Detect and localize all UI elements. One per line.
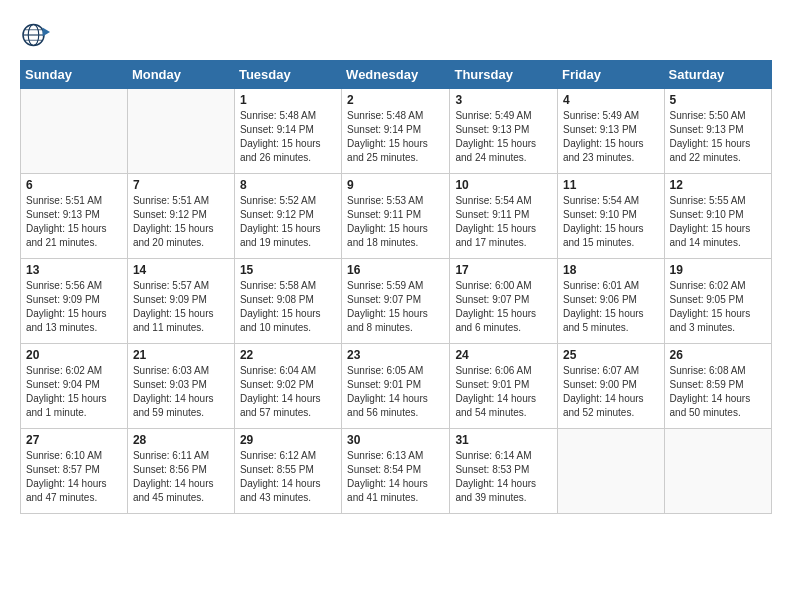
day-number: 11 — [563, 178, 659, 192]
day-info: Sunrise: 6:07 AMSunset: 9:00 PMDaylight:… — [563, 364, 659, 420]
day-info: Sunrise: 5:48 AMSunset: 9:14 PMDaylight:… — [347, 109, 444, 165]
calendar-cell: 23Sunrise: 6:05 AMSunset: 9:01 PMDayligh… — [342, 344, 450, 429]
calendar-cell — [664, 429, 771, 514]
calendar-cell: 2Sunrise: 5:48 AMSunset: 9:14 PMDaylight… — [342, 89, 450, 174]
day-number: 19 — [670, 263, 766, 277]
weekday-header-wednesday: Wednesday — [342, 61, 450, 89]
page-header — [20, 20, 772, 50]
day-number: 17 — [455, 263, 552, 277]
calendar-cell: 5Sunrise: 5:50 AMSunset: 9:13 PMDaylight… — [664, 89, 771, 174]
calendar-cell: 28Sunrise: 6:11 AMSunset: 8:56 PMDayligh… — [127, 429, 234, 514]
day-number: 15 — [240, 263, 336, 277]
week-row-4: 20Sunrise: 6:02 AMSunset: 9:04 PMDayligh… — [21, 344, 772, 429]
calendar-cell: 6Sunrise: 5:51 AMSunset: 9:13 PMDaylight… — [21, 174, 128, 259]
day-info: Sunrise: 6:01 AMSunset: 9:06 PMDaylight:… — [563, 279, 659, 335]
calendar-cell: 8Sunrise: 5:52 AMSunset: 9:12 PMDaylight… — [234, 174, 341, 259]
weekday-header-sunday: Sunday — [21, 61, 128, 89]
day-info: Sunrise: 5:50 AMSunset: 9:13 PMDaylight:… — [670, 109, 766, 165]
day-number: 18 — [563, 263, 659, 277]
day-info: Sunrise: 6:06 AMSunset: 9:01 PMDaylight:… — [455, 364, 552, 420]
weekday-header-tuesday: Tuesday — [234, 61, 341, 89]
calendar-cell: 25Sunrise: 6:07 AMSunset: 9:00 PMDayligh… — [558, 344, 665, 429]
weekday-header-thursday: Thursday — [450, 61, 558, 89]
calendar-cell: 27Sunrise: 6:10 AMSunset: 8:57 PMDayligh… — [21, 429, 128, 514]
day-info: Sunrise: 5:51 AMSunset: 9:12 PMDaylight:… — [133, 194, 229, 250]
day-number: 5 — [670, 93, 766, 107]
day-number: 8 — [240, 178, 336, 192]
calendar-cell: 19Sunrise: 6:02 AMSunset: 9:05 PMDayligh… — [664, 259, 771, 344]
day-number: 24 — [455, 348, 552, 362]
day-info: Sunrise: 5:56 AMSunset: 9:09 PMDaylight:… — [26, 279, 122, 335]
day-info: Sunrise: 5:48 AMSunset: 9:14 PMDaylight:… — [240, 109, 336, 165]
day-number: 10 — [455, 178, 552, 192]
calendar-cell: 10Sunrise: 5:54 AMSunset: 9:11 PMDayligh… — [450, 174, 558, 259]
weekday-header-row: SundayMondayTuesdayWednesdayThursdayFrid… — [21, 61, 772, 89]
day-number: 16 — [347, 263, 444, 277]
calendar-cell: 22Sunrise: 6:04 AMSunset: 9:02 PMDayligh… — [234, 344, 341, 429]
day-info: Sunrise: 6:08 AMSunset: 8:59 PMDaylight:… — [670, 364, 766, 420]
calendar-cell: 29Sunrise: 6:12 AMSunset: 8:55 PMDayligh… — [234, 429, 341, 514]
calendar-cell: 18Sunrise: 6:01 AMSunset: 9:06 PMDayligh… — [558, 259, 665, 344]
calendar-cell: 14Sunrise: 5:57 AMSunset: 9:09 PMDayligh… — [127, 259, 234, 344]
logo-icon — [20, 20, 50, 50]
day-number: 3 — [455, 93, 552, 107]
day-number: 31 — [455, 433, 552, 447]
day-number: 26 — [670, 348, 766, 362]
week-row-2: 6Sunrise: 5:51 AMSunset: 9:13 PMDaylight… — [21, 174, 772, 259]
calendar-cell: 15Sunrise: 5:58 AMSunset: 9:08 PMDayligh… — [234, 259, 341, 344]
day-info: Sunrise: 6:05 AMSunset: 9:01 PMDaylight:… — [347, 364, 444, 420]
day-info: Sunrise: 5:53 AMSunset: 9:11 PMDaylight:… — [347, 194, 444, 250]
day-number: 27 — [26, 433, 122, 447]
day-info: Sunrise: 6:03 AMSunset: 9:03 PMDaylight:… — [133, 364, 229, 420]
calendar-cell: 24Sunrise: 6:06 AMSunset: 9:01 PMDayligh… — [450, 344, 558, 429]
day-info: Sunrise: 6:14 AMSunset: 8:53 PMDaylight:… — [455, 449, 552, 505]
day-info: Sunrise: 5:55 AMSunset: 9:10 PMDaylight:… — [670, 194, 766, 250]
calendar-cell: 7Sunrise: 5:51 AMSunset: 9:12 PMDaylight… — [127, 174, 234, 259]
day-number: 30 — [347, 433, 444, 447]
day-number: 14 — [133, 263, 229, 277]
calendar-cell — [558, 429, 665, 514]
week-row-1: 1Sunrise: 5:48 AMSunset: 9:14 PMDaylight… — [21, 89, 772, 174]
day-number: 29 — [240, 433, 336, 447]
day-info: Sunrise: 5:52 AMSunset: 9:12 PMDaylight:… — [240, 194, 336, 250]
weekday-header-saturday: Saturday — [664, 61, 771, 89]
calendar-cell: 12Sunrise: 5:55 AMSunset: 9:10 PMDayligh… — [664, 174, 771, 259]
day-number: 1 — [240, 93, 336, 107]
day-number: 7 — [133, 178, 229, 192]
calendar-cell: 11Sunrise: 5:54 AMSunset: 9:10 PMDayligh… — [558, 174, 665, 259]
day-number: 28 — [133, 433, 229, 447]
day-number: 6 — [26, 178, 122, 192]
calendar-cell: 21Sunrise: 6:03 AMSunset: 9:03 PMDayligh… — [127, 344, 234, 429]
week-row-5: 27Sunrise: 6:10 AMSunset: 8:57 PMDayligh… — [21, 429, 772, 514]
day-number: 21 — [133, 348, 229, 362]
day-info: Sunrise: 5:51 AMSunset: 9:13 PMDaylight:… — [26, 194, 122, 250]
day-number: 13 — [26, 263, 122, 277]
day-number: 22 — [240, 348, 336, 362]
calendar-cell: 13Sunrise: 5:56 AMSunset: 9:09 PMDayligh… — [21, 259, 128, 344]
day-number: 2 — [347, 93, 444, 107]
day-info: Sunrise: 6:02 AMSunset: 9:05 PMDaylight:… — [670, 279, 766, 335]
calendar-cell — [127, 89, 234, 174]
calendar-cell: 9Sunrise: 5:53 AMSunset: 9:11 PMDaylight… — [342, 174, 450, 259]
day-info: Sunrise: 5:54 AMSunset: 9:11 PMDaylight:… — [455, 194, 552, 250]
day-number: 25 — [563, 348, 659, 362]
day-info: Sunrise: 5:49 AMSunset: 9:13 PMDaylight:… — [455, 109, 552, 165]
weekday-header-friday: Friday — [558, 61, 665, 89]
day-info: Sunrise: 5:57 AMSunset: 9:09 PMDaylight:… — [133, 279, 229, 335]
calendar-cell: 31Sunrise: 6:14 AMSunset: 8:53 PMDayligh… — [450, 429, 558, 514]
calendar-cell — [21, 89, 128, 174]
day-info: Sunrise: 5:58 AMSunset: 9:08 PMDaylight:… — [240, 279, 336, 335]
day-number: 20 — [26, 348, 122, 362]
calendar-cell: 4Sunrise: 5:49 AMSunset: 9:13 PMDaylight… — [558, 89, 665, 174]
day-info: Sunrise: 6:11 AMSunset: 8:56 PMDaylight:… — [133, 449, 229, 505]
calendar-table: SundayMondayTuesdayWednesdayThursdayFrid… — [20, 60, 772, 514]
day-info: Sunrise: 5:59 AMSunset: 9:07 PMDaylight:… — [347, 279, 444, 335]
calendar-cell: 20Sunrise: 6:02 AMSunset: 9:04 PMDayligh… — [21, 344, 128, 429]
day-number: 23 — [347, 348, 444, 362]
day-info: Sunrise: 5:54 AMSunset: 9:10 PMDaylight:… — [563, 194, 659, 250]
calendar-cell: 1Sunrise: 5:48 AMSunset: 9:14 PMDaylight… — [234, 89, 341, 174]
day-info: Sunrise: 6:13 AMSunset: 8:54 PMDaylight:… — [347, 449, 444, 505]
calendar-cell: 30Sunrise: 6:13 AMSunset: 8:54 PMDayligh… — [342, 429, 450, 514]
day-info: Sunrise: 6:00 AMSunset: 9:07 PMDaylight:… — [455, 279, 552, 335]
day-info: Sunrise: 6:10 AMSunset: 8:57 PMDaylight:… — [26, 449, 122, 505]
